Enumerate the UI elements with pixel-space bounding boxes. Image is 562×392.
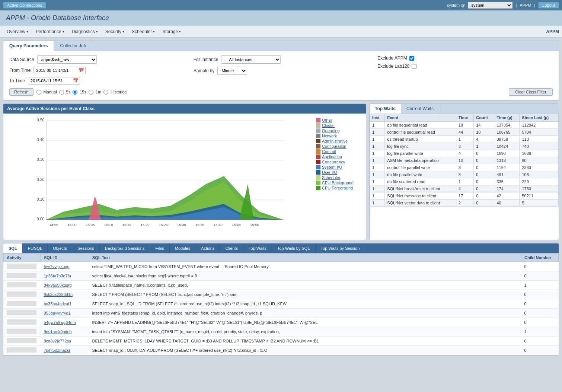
- legend-item-queueing[interactable]: Queueing: [316, 128, 361, 133]
- cell-sql-id[interactable]: 8xk3dx2380d1n: [41, 290, 89, 299]
- active-connections-button[interactable]: Active Connections: [3, 2, 46, 9]
- cell-sql-id[interactable]: 7gjhf5dzmazsr: [41, 346, 89, 355]
- nav-item-scheduler[interactable]: Scheduler ▾: [128, 27, 159, 36]
- sample-by-select[interactable]: Minute: [217, 67, 247, 75]
- radio-15s[interactable]: [73, 90, 77, 95]
- activity-bar: [7, 282, 36, 287]
- exclude-lab128-checkbox[interactable]: [412, 64, 416, 69]
- col-sql-text: SQL Text: [89, 254, 521, 262]
- from-time-input[interactable]: [33, 67, 86, 74]
- tab-modules[interactable]: Modules: [170, 243, 196, 253]
- for-instance-select[interactable]: -- All Instances --: [221, 55, 281, 64]
- cell-sql-id[interactable]: 8ca8v2jk772ps: [41, 337, 89, 346]
- sql-id-link[interactable]: 8xk3dx2380d1n: [44, 292, 73, 297]
- cell-sql-id[interactable]: 9ds1amk0gttnh: [41, 327, 89, 337]
- legend-label-network[interactable]: Network: [322, 134, 337, 138]
- sql-id-link[interactable]: 8ca8v2jk772ps: [44, 339, 71, 343]
- cell-event: SQL*Net break/reset to client: [385, 185, 456, 192]
- user-select[interactable]: system: [468, 2, 512, 9]
- cell-sql-id[interactable]: 1p36ta7p3d7fu: [41, 271, 89, 281]
- clear-class-filter-button[interactable]: Clear Class Filter: [509, 88, 553, 96]
- tab-pl/sql[interactable]: PL/SQL: [23, 243, 48, 253]
- refresh-button[interactable]: Refresh: [9, 88, 33, 96]
- tab-top-waits-by-session[interactable]: Top Waits by Session: [316, 243, 365, 253]
- calendar-icon[interactable]: 📅: [79, 68, 84, 73]
- col-activity: Activity: [4, 254, 41, 262]
- sql-id-link[interactable]: 7gjhf5dzmazsr: [44, 348, 71, 353]
- cell-sql-id[interactable]: 5yv7vvigixugg: [41, 262, 89, 271]
- tab-background-sessions[interactable]: Background Sessions: [100, 243, 150, 253]
- legend-item-user-io[interactable]: User I/O: [316, 170, 361, 175]
- tab-query-parameters[interactable]: Query Parameters: [3, 41, 54, 51]
- legend-item-commit[interactable]: Commit: [316, 149, 361, 154]
- legend-item-cpu-background[interactable]: CPU Background: [316, 181, 361, 185]
- exclude-appm-checkbox[interactable]: [409, 56, 414, 61]
- radio-historical[interactable]: [103, 90, 108, 95]
- cell-activity: [4, 318, 41, 327]
- tab-top-waits[interactable]: Top Waits: [370, 104, 401, 114]
- cell-since-last: 103: [520, 171, 559, 178]
- calendar-icon[interactable]: 📅: [73, 78, 79, 83]
- cell-sql-id[interactable]: d4k9au56kqsrg: [41, 281, 89, 290]
- sql-id-link[interactable]: 9ds1amk0gttnh: [44, 329, 72, 334]
- tab-actions[interactable]: Actions: [196, 243, 220, 253]
- nav-item-overview[interactable]: Overview ▾: [3, 27, 32, 36]
- legend-item-configuration[interactable]: Configuration: [316, 144, 361, 149]
- cell-sql-text: DELETE MGMT_METRICS_1DAY WHERE TARGET_GU…: [89, 337, 521, 346]
- legend-item-administrative[interactable]: Administrative: [316, 139, 361, 143]
- sql-id-link[interactable]: bv35bq4sdcuf1: [44, 302, 72, 306]
- radio-5s[interactable]: [59, 90, 64, 95]
- legend-label-user-io[interactable]: User I/O: [322, 170, 337, 175]
- tab-sql[interactable]: SQL: [3, 243, 23, 253]
- sql-id-link[interactable]: d4k9au56kqsrg: [44, 283, 72, 287]
- to-time-input[interactable]: [28, 77, 80, 85]
- cell-event: log file parallel write: [385, 150, 456, 157]
- tab-top-waits[interactable]: Top Waits: [243, 243, 272, 253]
- sql-id-link[interactable]: b4gw7n9wg64mh: [44, 320, 76, 325]
- legend-item-system-io[interactable]: System I/O: [316, 165, 361, 169]
- legend-label-cpu-foreground[interactable]: CPU Foreground: [322, 186, 353, 190]
- nav-item-performance[interactable]: Performance ▾: [32, 27, 68, 36]
- tab-objects[interactable]: Objects: [48, 243, 72, 253]
- tab-sessions[interactable]: Sessions: [72, 243, 100, 253]
- cell-since-last: 50211: [520, 192, 559, 200]
- sql-id-link[interactable]: 5yv7vvigixugg: [44, 264, 70, 269]
- legend-label-administrative[interactable]: Administrative: [322, 139, 348, 143]
- legend-item-cpu-foreground[interactable]: CPU Foreground: [316, 186, 361, 190]
- radio-1m[interactable]: [89, 90, 93, 95]
- tab-top-waits-by-sql[interactable]: Top Waits by SQL: [272, 243, 316, 253]
- legend-item-application[interactable]: Application: [316, 154, 361, 159]
- appm-link[interactable]: APPM: [520, 3, 531, 7]
- data-source-select[interactable]: appm$ash_raw: [37, 55, 97, 64]
- nav-item-diagnostics[interactable]: Diagnostics ▾: [68, 27, 102, 36]
- nav-item-security[interactable]: Security ▾: [102, 27, 128, 36]
- nav-item-storage[interactable]: Storage ▾: [159, 27, 185, 36]
- legend-item-other[interactable]: Other: [316, 118, 361, 122]
- sql-id-link[interactable]: 953bqyvrvryg1: [44, 311, 71, 315]
- cell-child-number: 0: [521, 271, 559, 281]
- cell-sql-id[interactable]: bv35bq4sdcuf1: [41, 299, 89, 309]
- logout-button[interactable]: Logout: [538, 2, 559, 9]
- tab-current-waits[interactable]: Current Waits: [401, 104, 439, 114]
- cell-sql-id[interactable]: 953bqyvrvryg1: [41, 309, 89, 318]
- legend-label-cluster[interactable]: Cluster: [322, 123, 335, 128]
- legend-item-cluster[interactable]: Cluster: [316, 123, 361, 128]
- tab-clients[interactable]: Clients: [220, 243, 243, 253]
- legend-label-application[interactable]: Application: [322, 154, 342, 159]
- legend-label-commit[interactable]: Commit: [322, 149, 336, 154]
- cell-sql-id[interactable]: b4gw7n9wg64mh: [41, 318, 89, 327]
- legend-item-scheduler[interactable]: Scheduler: [316, 175, 361, 180]
- tab-collector-job[interactable]: Collector Job: [54, 41, 92, 51]
- legend-item-concurrency[interactable]: Concurrency: [316, 160, 361, 164]
- legend-label-other[interactable]: Other: [322, 118, 332, 122]
- tab-files[interactable]: Files: [150, 243, 170, 253]
- radio-manual[interactable]: [36, 90, 41, 95]
- legend-label-scheduler[interactable]: Scheduler: [322, 175, 341, 180]
- legend-label-system-io[interactable]: System I/O: [322, 165, 342, 169]
- legend-label-concurrency[interactable]: Concurrency: [322, 160, 345, 164]
- legend-label-queueing[interactable]: Queueing: [322, 128, 340, 133]
- legend-label-configuration[interactable]: Configuration: [322, 144, 346, 149]
- sql-id-link[interactable]: 1p36ta7p3d7fu: [44, 274, 71, 278]
- legend-label-cpu-background[interactable]: CPU Background: [322, 181, 354, 185]
- legend-item-network[interactable]: Network: [316, 134, 361, 138]
